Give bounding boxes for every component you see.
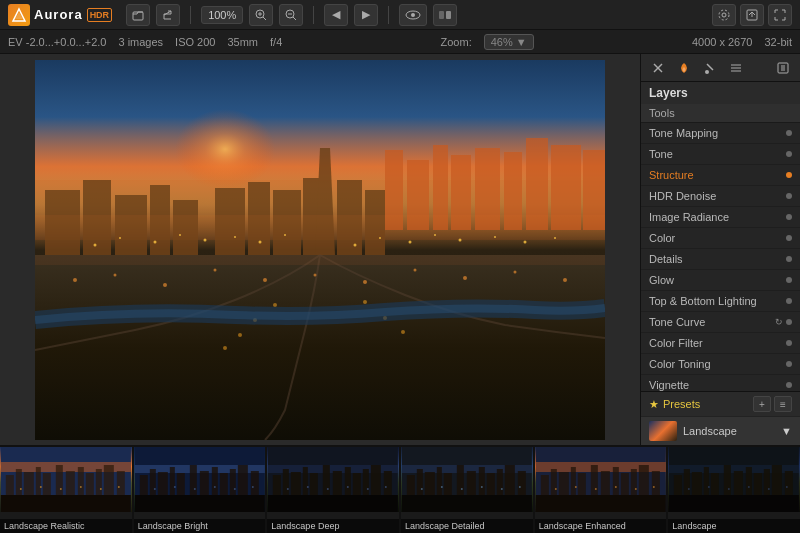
- open-button[interactable]: [126, 4, 150, 26]
- svg-rect-207: [785, 471, 793, 495]
- svg-point-105: [40, 486, 42, 488]
- presets-menu-button[interactable]: ≡: [774, 396, 792, 412]
- filmstrip-item-2[interactable]: Landscape Bright: [134, 447, 268, 533]
- svg-point-108: [100, 488, 102, 490]
- tool-item-top-bottom[interactable]: Top & Bottom Lighting: [641, 291, 800, 312]
- zoom-select[interactable]: 46% ▼: [484, 34, 534, 50]
- film-thumb-6: [668, 447, 800, 512]
- svg-rect-163: [497, 469, 503, 495]
- preview-toggle-button[interactable]: [399, 4, 427, 26]
- svg-point-14: [722, 13, 726, 17]
- zoom-out-button[interactable]: [279, 4, 303, 26]
- export-button[interactable]: [740, 4, 764, 26]
- svg-point-106: [60, 488, 62, 490]
- svg-point-146: [287, 488, 289, 490]
- svg-point-107: [80, 486, 82, 488]
- svg-rect-154: [407, 475, 415, 495]
- tool-dot: [786, 256, 792, 262]
- svg-rect-96: [56, 465, 63, 495]
- svg-point-69: [563, 278, 567, 282]
- dimensions-display: 4000 x 2670: [692, 36, 753, 48]
- svg-point-62: [214, 268, 217, 271]
- film-thumb-4: [401, 447, 533, 512]
- x-icon: [653, 63, 663, 73]
- presets-add-button[interactable]: +: [753, 396, 771, 412]
- preset-dropdown[interactable]: Landscape ▼: [641, 416, 800, 445]
- share-button[interactable]: [156, 4, 180, 26]
- zoom-value: 46%: [491, 36, 513, 48]
- panel-export-btn[interactable]: [772, 58, 794, 78]
- filmstrip-item-4[interactable]: Landscape Detailed: [401, 447, 535, 533]
- svg-point-210: [708, 486, 710, 488]
- svg-point-72: [238, 333, 242, 337]
- tool-item-vignette[interactable]: Vignette: [641, 375, 800, 391]
- svg-rect-140: [345, 467, 351, 495]
- svg-point-126: [174, 486, 176, 488]
- zoom-out-icon: [285, 9, 297, 21]
- svg-rect-177: [559, 472, 569, 495]
- tool-list: Tone Mapping Tone Structure HDR Denoise …: [641, 123, 800, 391]
- svg-point-59: [73, 278, 77, 282]
- film-label-6: Landscape: [668, 519, 800, 533]
- svg-rect-120: [220, 473, 228, 495]
- nav-forward-button[interactable]: ▶: [354, 4, 378, 26]
- panel-fire-btn[interactable]: [673, 58, 695, 78]
- tool-item-tone-curve[interactable]: Tone Curve ↻: [641, 312, 800, 333]
- tool-item-glow[interactable]: Glow: [641, 270, 800, 291]
- filmstrip-item-6[interactable]: Landscape: [668, 447, 800, 533]
- tool-item-structure[interactable]: Structure: [641, 165, 800, 186]
- top-bar: Aurora HDR 100% ◀ ▶: [0, 0, 800, 30]
- tool-item-tone-mapping[interactable]: Tone Mapping: [641, 123, 800, 144]
- svg-rect-200: [711, 473, 719, 495]
- tool-item-color-toning[interactable]: Color Toning: [641, 354, 800, 375]
- tool-dot: [786, 235, 792, 241]
- separator-3: [388, 6, 389, 24]
- filmstrip-item-1[interactable]: Landscape Realistic: [0, 447, 134, 533]
- before-after-button[interactable]: [433, 4, 457, 26]
- tool-item-image-radiance[interactable]: Image Radiance: [641, 207, 800, 228]
- svg-point-172: [519, 486, 521, 488]
- nav-back-button[interactable]: ◀: [324, 4, 348, 26]
- svg-rect-91: [6, 475, 14, 495]
- panel-layers-btn[interactable]: [725, 58, 747, 78]
- filmstrip-item-3[interactable]: Landscape Deep: [267, 447, 401, 533]
- svg-rect-94: [36, 467, 41, 495]
- svg-rect-92: [16, 469, 22, 495]
- svg-rect-13: [446, 11, 451, 19]
- svg-rect-158: [444, 473, 452, 495]
- tool-label: Top & Bottom Lighting: [649, 295, 757, 307]
- svg-rect-160: [467, 471, 476, 495]
- svg-point-190: [595, 488, 597, 490]
- film-thumb-5: [535, 447, 667, 512]
- zoom-in-button[interactable]: [249, 4, 273, 26]
- tool-dot: [786, 340, 792, 346]
- fullscreen-button[interactable]: [768, 4, 792, 26]
- svg-point-188: [555, 488, 557, 490]
- svg-point-65: [363, 280, 367, 284]
- tool-label: Color Toning: [649, 358, 711, 370]
- svg-rect-179: [578, 473, 586, 495]
- svg-point-214: [786, 486, 788, 488]
- svg-point-81: [705, 70, 709, 74]
- tool-item-hdr-denoise[interactable]: HDR Denoise: [641, 186, 800, 207]
- svg-point-149: [347, 486, 349, 488]
- film-label-3: Landscape Deep: [267, 519, 399, 533]
- panel-brush-btn[interactable]: [699, 58, 721, 78]
- settings-button[interactable]: [712, 4, 736, 26]
- tool-item-color-filter[interactable]: Color Filter: [641, 333, 800, 354]
- svg-rect-182: [613, 467, 619, 495]
- eye-icon: [405, 10, 421, 20]
- panel-close-btn[interactable]: [647, 58, 669, 78]
- filmstrip-item-5[interactable]: Landscape Enhanced: [535, 447, 669, 533]
- svg-rect-208: [669, 495, 799, 512]
- svg-point-11: [411, 13, 415, 17]
- svg-point-151: [385, 486, 387, 488]
- svg-rect-102: [117, 471, 125, 495]
- tool-item-details[interactable]: Details: [641, 249, 800, 270]
- svg-rect-121: [230, 469, 236, 495]
- canvas-area[interactable]: [0, 54, 640, 445]
- tool-item-tone[interactable]: Tone: [641, 144, 800, 165]
- svg-rect-118: [200, 471, 209, 495]
- svg-rect-119: [212, 467, 218, 495]
- tool-item-color[interactable]: Color: [641, 228, 800, 249]
